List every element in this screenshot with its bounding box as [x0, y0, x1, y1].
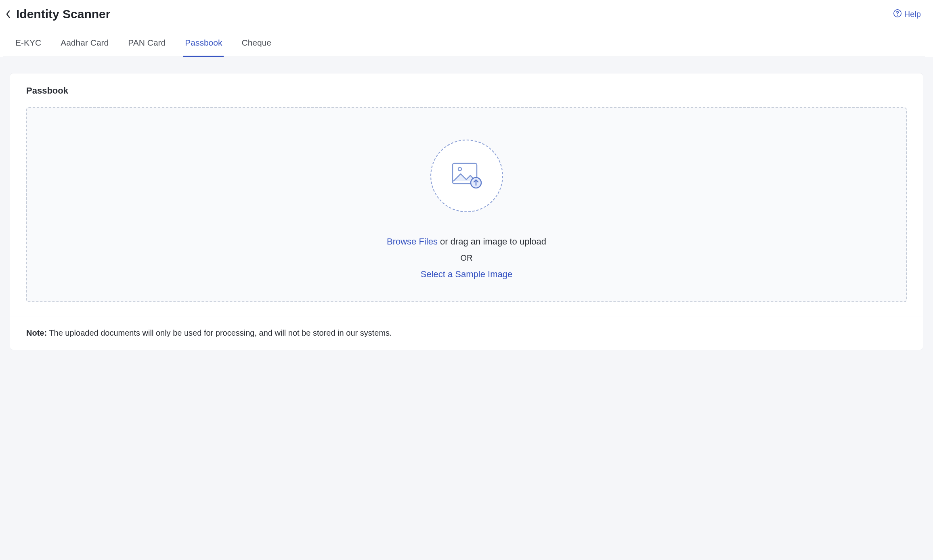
svg-point-3 [458, 167, 461, 171]
or-text: OR [461, 253, 473, 263]
tab-aadhar-card[interactable]: Aadhar Card [59, 32, 110, 57]
title-area: Identity Scanner [3, 7, 110, 21]
tabs: E-KYC Aadhar Card PAN Card Passbook Cheq… [3, 32, 925, 57]
help-icon [893, 9, 902, 20]
content-area: Passbook Browse Files o [0, 57, 933, 360]
note-label: Note: [26, 328, 47, 337]
card-header: Passbook [10, 73, 923, 107]
card: Passbook Browse Files o [10, 73, 923, 350]
drag-text: or drag an image to upload [438, 236, 546, 247]
help-label: Help [904, 10, 921, 19]
tab-passbook[interactable]: Passbook [183, 32, 224, 57]
card-title: Passbook [26, 86, 907, 96]
upload-zone-wrapper: Browse Files or drag an image to upload … [10, 107, 923, 316]
header: Identity Scanner Help E-KYC Aadhar Card … [0, 0, 933, 57]
svg-point-1 [897, 15, 897, 15]
page-title: Identity Scanner [16, 7, 110, 21]
select-sample-image-link[interactable]: Select a Sample Image [421, 269, 512, 280]
browse-files-link[interactable]: Browse Files [387, 236, 438, 247]
tab-cheque[interactable]: Cheque [240, 32, 273, 57]
image-upload-icon [450, 161, 483, 191]
help-link[interactable]: Help [893, 9, 925, 20]
note-text: The uploaded documents will only be used… [47, 328, 392, 337]
tab-pan-card[interactable]: PAN Card [126, 32, 167, 57]
note-area: Note: The uploaded documents will only b… [10, 316, 923, 350]
upload-circle [430, 140, 503, 212]
header-top: Identity Scanner Help [3, 7, 925, 32]
upload-dropzone[interactable]: Browse Files or drag an image to upload … [26, 107, 907, 302]
tab-ekyc[interactable]: E-KYC [14, 32, 43, 57]
back-chevron-icon[interactable] [3, 9, 13, 19]
upload-text: Browse Files or drag an image to upload [387, 236, 546, 247]
